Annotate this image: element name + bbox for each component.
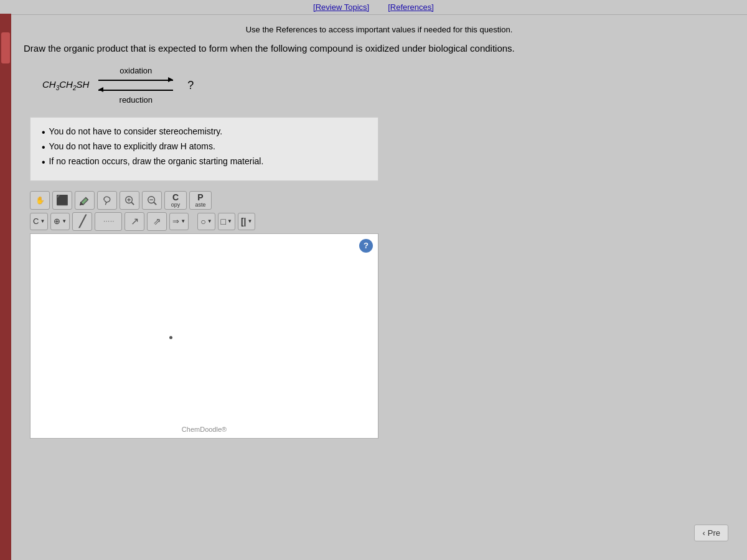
chemdoodle-canvas[interactable]: ? ChemDoodle®: [30, 233, 378, 439]
instruction-1: You do not have to consider stereochemis…: [42, 126, 367, 138]
element-label: C: [33, 217, 39, 226]
paste-button[interactable]: P aste: [189, 191, 212, 210]
arrow-double-icon: ⇗: [153, 216, 161, 227]
reactant-compound: CH3CH2SH: [42, 79, 89, 91]
circle-dropdown-arrow: ▼: [207, 218, 212, 224]
pencil-icon: [79, 195, 90, 206]
reverse-arrow: [98, 86, 173, 94]
left-sidebar: [0, 14, 11, 560]
toolbar-section: ✋ ⬛: [30, 191, 735, 231]
top-links-bar: [Review Topics] [References]: [0, 0, 747, 14]
shape-circle-dropdown[interactable]: ○ ▼: [197, 213, 215, 230]
copy-label-sub: opy: [171, 202, 181, 208]
element-dropdown-arrow: ▼: [40, 218, 45, 224]
dots-icon: · · · · ·: [103, 218, 113, 225]
arrow-double-button[interactable]: ⇗: [147, 212, 167, 231]
forward-arrow: [98, 77, 173, 84]
zoom-in-icon: [124, 195, 135, 206]
square-icon: □: [221, 217, 226, 226]
copy-button[interactable]: C opy: [164, 191, 187, 210]
lasso-icon: [101, 195, 113, 206]
charge-dropdown-arrow: ▼: [62, 218, 67, 224]
instruction-3: If no reaction occurs, draw the organic …: [42, 156, 367, 168]
sidebar-handle[interactable]: [1, 32, 10, 63]
zoom-out-button[interactable]: [142, 191, 162, 210]
eraser-icon: ⬛: [56, 194, 68, 206]
element-dropdown[interactable]: C ▼: [30, 213, 48, 230]
toolbar-row-2: C ▼ ⊕ ▼ ╱ · · · · · ↗ ⇗: [30, 212, 735, 231]
reaction-arrow-container: oxidation reduction: [95, 66, 176, 105]
chevron-left-prev-icon: ‹: [702, 528, 705, 538]
shape-square-dropdown[interactable]: □ ▼: [218, 213, 235, 230]
single-bond-button[interactable]: ╱: [72, 212, 92, 231]
bracket-icon: [|: [241, 217, 247, 226]
product-placeholder: ?: [187, 79, 194, 92]
single-bond-icon: ╱: [79, 215, 86, 228]
arrow-single-icon: ↗: [131, 215, 139, 227]
hand-tool-button[interactable]: ✋: [30, 191, 50, 210]
paste-label-main: P: [197, 193, 203, 202]
chemdoodle-watermark: ChemDoodle®: [182, 426, 227, 433]
canvas-dot: [169, 336, 172, 339]
circle-icon: ○: [200, 217, 205, 226]
zoom-in-button[interactable]: [120, 191, 139, 210]
references-link[interactable]: [References]: [388, 2, 434, 12]
zoom-out-icon: [146, 195, 157, 206]
arrow-triple-icon: ⇒: [172, 217, 179, 226]
reaction-container: CH3CH2SH oxidation reduction ?: [42, 66, 735, 105]
copy-label-main: C: [172, 193, 179, 202]
svg-line-6: [154, 202, 157, 205]
arrow-triple-dropdown-arrow: ▼: [181, 218, 186, 224]
main-content: Use the References to access important v…: [11, 15, 747, 560]
erase-tool-button[interactable]: ⬛: [52, 191, 72, 210]
instructions-box: You do not have to consider stereochemis…: [30, 117, 378, 181]
dots-button[interactable]: · · · · ·: [95, 212, 122, 231]
previous-button[interactable]: ‹ Pre: [694, 525, 728, 541]
paste-label-sub: aste: [195, 202, 205, 208]
help-button[interactable]: ?: [359, 239, 373, 253]
arrow-single-button[interactable]: ↗: [125, 212, 144, 231]
charge-dropdown[interactable]: ⊕ ▼: [50, 213, 70, 230]
oxidation-label: oxidation: [120, 66, 152, 75]
charge-label: ⊕: [54, 217, 60, 226]
pencil-tool-button[interactable]: [75, 191, 95, 210]
instructions-list: You do not have to consider stereochemis…: [42, 126, 367, 169]
hand-icon: ✋: [35, 196, 45, 205]
question-text: Draw the organic product that is expecte…: [24, 42, 735, 55]
lasso-tool-button[interactable]: [97, 191, 117, 210]
bracket-dropdown-arrow: ▼: [248, 218, 253, 224]
review-topics-link[interactable]: [Review Topics]: [313, 2, 369, 12]
square-dropdown-arrow: ▼: [227, 218, 232, 224]
help-icon: ?: [364, 241, 369, 250]
toolbar-row-1: ✋ ⬛: [30, 191, 735, 210]
reference-note: Use the References to access important v…: [24, 25, 735, 34]
bracket-dropdown[interactable]: [| ▼: [238, 213, 256, 230]
svg-line-3: [131, 202, 134, 205]
reduction-label: reduction: [120, 95, 153, 105]
arrow-triple-dropdown[interactable]: ⇒ ▼: [169, 213, 189, 230]
double-arrow: [98, 77, 173, 94]
instruction-2: You do not have to explicitly draw H ato…: [42, 141, 367, 153]
